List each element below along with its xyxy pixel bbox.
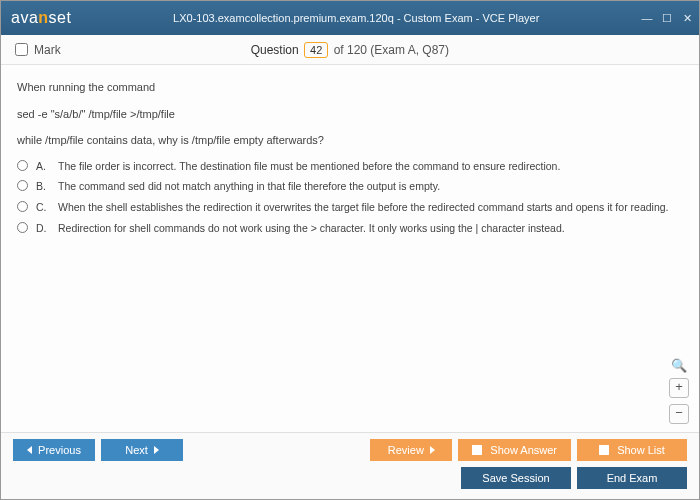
previous-button[interactable]: Previous [13, 439, 95, 461]
window-title: LX0-103.examcollection.premium.exam.120q… [71, 12, 641, 24]
answer-radio[interactable] [17, 222, 28, 233]
question-position: Question 42 of 120 (Exam A, Q87) [61, 42, 639, 58]
question-header: Mark Question 42 of 120 (Exam A, Q87) [1, 35, 699, 65]
footer: Previous Next Review Show Answer Show Li… [1, 432, 699, 499]
show-list-label: Show List [617, 444, 665, 456]
app-window: avanset LX0-103.examcollection.premium.e… [0, 0, 700, 500]
answer-letter: B. [36, 179, 50, 195]
answer-option[interactable]: D. Redirection for shell commands do not… [17, 221, 683, 237]
next-button[interactable]: Next [101, 439, 183, 461]
answer-text: When the shell establishes the redirecti… [58, 200, 669, 216]
previous-label: Previous [38, 444, 81, 456]
question-text: When running the command sed -e "s/a/b/"… [17, 79, 683, 149]
answer-text: The command sed did not match anything i… [58, 179, 440, 195]
answer-text: The file order is incorrect. The destina… [58, 159, 560, 175]
question-line-2: sed -e "s/a/b/" /tmp/file >/tmp/file [17, 106, 683, 123]
footer-row-1: Previous Next Review Show Answer Show Li… [13, 439, 687, 461]
mark-checkbox[interactable] [15, 43, 28, 56]
mark-checkbox-wrap[interactable]: Mark [15, 43, 61, 57]
answer-option[interactable]: B. The command sed did not match anythin… [17, 179, 683, 195]
checkbox-icon [472, 445, 482, 455]
title-bar: avanset LX0-103.examcollection.premium.e… [1, 1, 699, 35]
footer-row-2: Save Session End Exam [13, 467, 687, 489]
answer-radio[interactable] [17, 201, 28, 212]
content-area: When running the command sed -e "s/a/b/"… [1, 65, 699, 432]
close-icon[interactable]: ✕ [681, 12, 693, 25]
zoom-out-button[interactable]: − [669, 404, 689, 424]
zoom-controls: 🔍 + − [669, 356, 689, 424]
answer-letter: C. [36, 200, 50, 216]
question-line-3: while /tmp/file contains data, why is /t… [17, 132, 683, 149]
question-of-text: of 120 (Exam A, Q87) [334, 43, 449, 57]
logo-text-accent: n [38, 9, 48, 26]
next-label: Next [125, 444, 148, 456]
answer-letter: D. [36, 221, 50, 237]
answer-text: Redirection for shell commands do not wo… [58, 221, 565, 237]
answer-letter: A. [36, 159, 50, 175]
logo-text-prefix: ava [11, 9, 38, 26]
question-word: Question [251, 43, 299, 57]
answer-radio[interactable] [17, 160, 28, 171]
show-answer-button[interactable]: Show Answer [458, 439, 571, 461]
logo-text-suffix: set [49, 9, 72, 26]
question-number: 42 [304, 42, 328, 58]
show-answer-label: Show Answer [490, 444, 557, 456]
end-exam-button[interactable]: End Exam [577, 467, 687, 489]
window-controls: — ☐ ✕ [641, 12, 693, 25]
zoom-in-button[interactable]: + [669, 378, 689, 398]
answer-radio[interactable] [17, 180, 28, 191]
mark-label: Mark [34, 43, 61, 57]
maximize-icon[interactable]: ☐ [661, 12, 673, 25]
answer-option[interactable]: A. The file order is incorrect. The dest… [17, 159, 683, 175]
review-button[interactable]: Review [370, 439, 452, 461]
magnifier-icon[interactable]: 🔍 [671, 356, 687, 372]
checkbox-icon [599, 445, 609, 455]
minimize-icon[interactable]: — [641, 12, 653, 25]
answer-option[interactable]: C. When the shell establishes the redire… [17, 200, 683, 216]
question-line-1: When running the command [17, 79, 683, 96]
app-logo: avanset [11, 9, 71, 27]
show-list-button[interactable]: Show List [577, 439, 687, 461]
save-session-button[interactable]: Save Session [461, 467, 571, 489]
review-label: Review [388, 444, 424, 456]
answers-list: A. The file order is incorrect. The dest… [17, 159, 683, 237]
